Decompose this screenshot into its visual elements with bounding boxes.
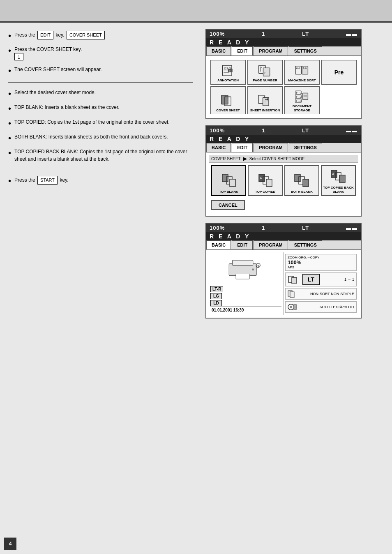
tab-basic-1[interactable]: BASIC	[206, 46, 231, 55]
func-pre[interactable]: Pre	[321, 60, 357, 85]
cover-mode-instruction: Select COVER SHEET MODE	[249, 157, 305, 161]
paper-size-lg: LG	[210, 293, 222, 299]
svg-text:P: P	[264, 71, 266, 75]
sheet-insertion-icon-area	[257, 93, 273, 108]
both-blank-label: BOTH BLANK	[291, 190, 313, 194]
cover-option-both-blank[interactable]: BOTH BLANK	[284, 165, 319, 196]
magazine-sort-label: MAGAZINE SORT	[288, 78, 316, 83]
aps-label: APS	[288, 265, 319, 269]
tab-program-2[interactable]: PROGRAM	[254, 143, 288, 152]
copies-display-3: 1	[262, 225, 265, 231]
bullet-4: •	[8, 89, 11, 99]
sort-row: NON-SORT NON-STAPLE	[285, 288, 357, 300]
screen-ready-2: R E A D Y	[206, 135, 361, 143]
printer-icon: ⊕	[226, 256, 267, 281]
tab-edit-2[interactable]: EDIT	[232, 143, 253, 152]
right-column: 100% 1 LT ▬▬ R E A D Y BASIC EDIT PROGRA…	[201, 27, 390, 321]
svg-text:A: A	[260, 176, 262, 180]
svg-text:⊕: ⊕	[257, 264, 259, 267]
magazine-sort-icon: A A A A	[295, 64, 309, 77]
cancel-button[interactable]: CANCEL	[211, 200, 245, 210]
lt-selected-area: LT	[288, 274, 320, 285]
paper-size-row-lg: LG	[210, 293, 281, 299]
tab-settings-3[interactable]: SETTINGS	[289, 240, 322, 249]
top-copied-icon-area: A	[257, 173, 274, 190]
tab-program-3[interactable]: PROGRAM	[254, 240, 288, 249]
svg-rect-38	[303, 179, 309, 187]
top-copied-label: TOP COPIED	[255, 190, 275, 194]
svg-rect-45	[236, 274, 249, 279]
paper-display-3: LT	[302, 225, 309, 231]
paper-icon	[288, 275, 299, 284]
func-sheet-insertion[interactable]: SHEET INSERTION	[247, 86, 283, 114]
svg-text:A: A	[332, 172, 334, 176]
page-number-label: PAGE NUMBER	[253, 78, 277, 83]
svg-text:F→3: F→3	[296, 99, 302, 102]
tab-program-1[interactable]: PROGRAM	[254, 46, 288, 55]
svg-rect-31	[230, 179, 235, 187]
top-copied-back-blank-icon-area: A	[330, 169, 347, 186]
sort-icon	[288, 290, 297, 298]
copies-display-2: 1	[262, 127, 265, 134]
bullet-text-5: TOP BLANK: Inserts a blank sheet as the …	[14, 104, 193, 111]
top-blank-icon	[221, 173, 237, 189]
section-divider-1	[8, 82, 193, 83]
tab-basic-2[interactable]: BASIC	[206, 143, 231, 152]
paper-sizes: LT-R LG LD	[210, 286, 281, 306]
cover-sheet-icon-area	[220, 93, 236, 108]
cover-option-top-copied-back-blank[interactable]: A TOP COPIED BACK BLANK	[321, 165, 356, 196]
func-annotation[interactable]: 123 09 ★ ANNOTATION	[210, 60, 246, 85]
zoom-display-2: 100%	[210, 127, 225, 134]
screen-header-2: 100% 1 LT ▬▬	[206, 126, 361, 135]
tab-basic-3[interactable]: BASIC	[206, 240, 231, 249]
paper-icon-3: ▬▬	[346, 225, 357, 231]
pre-label: Pre	[334, 69, 344, 76]
page-number: 4	[4, 538, 16, 550]
zoom-label: ZOOM ORG.→COPY	[288, 256, 319, 259]
func-magazine-sort[interactable]: A A A A MAGAZINE SORT	[284, 60, 320, 85]
screen-panel-1: 100% 1 LT ▬▬ R E A D Y BASIC EDIT PROGRA…	[205, 29, 362, 119]
bullet-item-3: • The COVER SHEET screen will appear.	[8, 66, 193, 76]
top-blank-label: TOP BLANK	[219, 190, 238, 194]
lt-box: LT	[302, 274, 320, 285]
step-number-1: 1	[14, 53, 23, 60]
both-blank-icon	[294, 173, 310, 189]
cover-option-top-blank[interactable]: TOP BLANK	[211, 165, 246, 196]
func-cover-sheet[interactable]: COVER SHEET	[210, 86, 246, 114]
svg-rect-35	[266, 179, 272, 187]
cover-option-top-copied[interactable]: A TOP COPIED	[248, 165, 283, 196]
svg-rect-29	[222, 174, 228, 182]
zoom-display-3: 100%	[210, 225, 225, 231]
paper-size-row-ltr: LT-R	[210, 286, 281, 292]
svg-rect-42	[339, 175, 345, 182]
bullet-item-2: • Press the COVER SHEET key. 1	[8, 46, 193, 61]
tab-settings-1[interactable]: SETTINGS	[289, 46, 322, 55]
func-grid-1: 123 09 ★ ANNOTATION	[209, 58, 358, 116]
status-left: ⊕ LT-R LG	[209, 252, 284, 315]
bullet-text-9: Press the START key.	[14, 176, 193, 185]
screen-ready-3: R E A D Y	[206, 232, 361, 240]
both-blank-icon-area	[294, 173, 310, 190]
screen-header-3: 100% 1 LT ▬▬	[206, 224, 361, 232]
magazine-sort-icon-area: A A A A	[294, 63, 310, 78]
tab-edit-3[interactable]: EDIT	[232, 240, 253, 249]
svg-rect-18	[263, 97, 269, 106]
zoom-row: ZOOM ORG.→COPY 100% APS	[285, 254, 357, 271]
tab-edit-1[interactable]: EDIT	[232, 46, 253, 55]
svg-rect-52	[290, 292, 294, 298]
svg-text:A: A	[296, 67, 298, 69]
annotation-label: ANNOTATION	[217, 78, 239, 83]
func-document-storage[interactable]: F→1 F→2 F→3 DOCUMENT ST	[284, 86, 320, 114]
svg-point-54	[290, 306, 292, 308]
bullet-8: •	[8, 148, 11, 158]
duplex-label: 1 → 1	[344, 277, 354, 282]
cover-mode-text: COVER SHEET	[211, 157, 241, 161]
bullet-2: •	[8, 46, 11, 55]
top-copied-back-blank-icon: A	[330, 169, 347, 185]
tab-settings-2[interactable]: SETTINGS	[289, 143, 322, 152]
bullet-item-9: • Press the START key.	[8, 176, 193, 186]
bullet-item-4: • Select the desired cover sheet mode.	[8, 89, 193, 99]
func-page-number[interactable]: P PAGE NUMBER	[247, 60, 283, 85]
bullet-text-4: Select the desired cover sheet mode.	[14, 89, 193, 96]
svg-text:A: A	[298, 67, 300, 69]
